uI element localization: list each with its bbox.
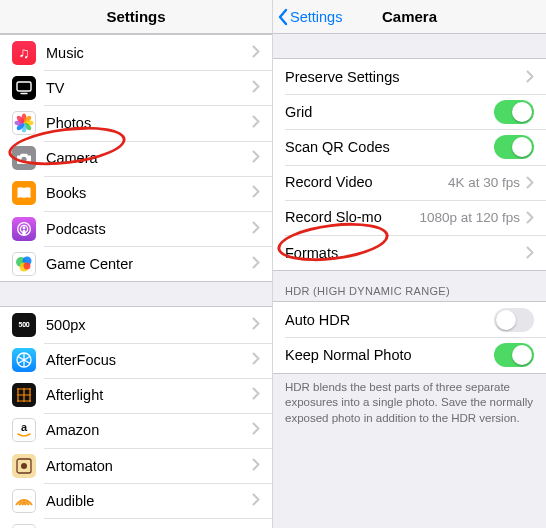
grid-label: Grid [285,104,494,120]
settings-item-tv[interactable]: TV [0,70,272,105]
svg-point-10 [21,156,26,161]
hdr-section-header: HDR (High Dynamic Range) [273,271,546,301]
preserve-settings-label: Preserve Settings [285,69,526,85]
settings-item-podcasts[interactable]: Podcasts [0,211,272,246]
tv-label: TV [46,80,252,96]
scan-qr-switch[interactable] [494,135,534,159]
row-grid[interactable]: Grid [273,94,546,129]
svg-line-20 [24,357,30,361]
500px-icon: 500 [12,313,36,337]
chevron-right-icon [252,221,260,237]
svg-point-33 [21,463,27,469]
record-slomo-label: Record Slo-mo [285,209,419,225]
afterfocus-icon [12,348,36,372]
auto-hdr-label: Auto HDR [285,312,494,328]
camera-settings-group: Preserve Settings Grid Scan QR Codes Rec… [273,58,546,271]
music-label: Music [46,45,252,61]
amazon-label: Amazon [46,422,252,438]
gamecenter-icon [12,252,36,276]
camera-panel: Settings Camera Preserve Settings Grid S… [273,0,546,528]
settings-item-audible[interactable]: Audible [0,483,272,518]
settings-item-afterfocus[interactable]: AfterFocus [0,343,272,378]
afterfocus-label: AfterFocus [46,352,252,368]
svg-point-13 [23,226,26,229]
hdr-footnote: HDR blends the best parts of three separ… [273,374,546,437]
photos-label: Photos [46,115,252,131]
back-button[interactable]: Settings [277,8,342,26]
settings-group-thirdparty: 500500pxAfterFocusAfterlightaAmazonArtom… [0,306,272,528]
settings-item-camera[interactable]: Camera [0,141,272,176]
row-scan-qr[interactable]: Scan QR Codes [273,129,546,164]
settings-item-afterlight[interactable]: Afterlight [0,378,272,413]
row-formats[interactable]: Formats [273,235,546,270]
settings-group-apple: ♫MusicTVPhotosCameraBooksPodcastsGame Ce… [0,34,272,282]
svg-rect-0 [17,82,31,91]
row-auto-hdr[interactable]: Auto HDR [273,302,546,337]
camera-label: Camera [46,150,252,166]
svg-line-24 [18,357,24,361]
music-icon: ♫ [12,41,36,65]
tv-icon [12,76,36,100]
camera-title: Camera [382,8,437,25]
record-slomo-value: 1080p at 120 fps [419,210,520,225]
chevron-right-icon [252,352,260,368]
row-keep-normal[interactable]: Keep Normal Photo [273,337,546,372]
settings-item-photos[interactable]: Photos [0,105,272,140]
settings-item-books[interactable]: Books [0,176,272,211]
afterlight-label: Afterlight [46,387,252,403]
artomaton-icon [12,454,36,478]
settings-panel: Settings ♫MusicTVPhotosCameraBooksPodcas… [0,0,273,528]
chevron-right-icon [526,176,534,189]
photos-icon [12,111,36,135]
auto-hdr-switch[interactable] [494,308,534,332]
books-icon [12,181,36,205]
chevron-right-icon [252,256,260,272]
500px-label: 500px [46,317,252,333]
autotrader-icon [12,524,36,528]
record-video-label: Record Video [285,174,448,190]
row-record-slomo[interactable]: Record Slo-mo 1080p at 120 fps [273,200,546,235]
podcasts-icon [12,217,36,241]
settings-item-artomaton[interactable]: Artomaton [0,448,272,483]
chevron-right-icon [252,45,260,61]
svg-line-23 [18,360,24,364]
camera-navbar: Settings Camera [273,0,546,34]
settings-navbar: Settings [0,0,272,34]
chevron-right-icon [252,80,260,96]
amazon-icon: a [12,418,36,442]
books-label: Books [46,185,252,201]
settings-group-spacer [0,282,272,306]
chevron-right-icon [252,150,260,166]
settings-item-gamecenter[interactable]: Game Center [0,246,272,281]
afterlight-icon [12,383,36,407]
back-label: Settings [290,9,342,25]
row-preserve-settings[interactable]: Preserve Settings [273,59,546,94]
scan-qr-label: Scan QR Codes [285,139,494,155]
chevron-right-icon [526,70,534,83]
artomaton-label: Artomaton [46,458,252,474]
camera-top-spacer [273,34,546,58]
chevron-right-icon [252,185,260,201]
settings-title: Settings [106,8,165,25]
settings-item-music[interactable]: ♫Music [0,35,272,70]
row-record-video[interactable]: Record Video 4K at 30 fps [273,165,546,200]
chevron-right-icon [526,211,534,224]
keep-normal-switch[interactable] [494,343,534,367]
chevron-right-icon [526,246,534,259]
audible-icon [12,489,36,513]
camera-icon [12,146,36,170]
grid-switch[interactable] [494,100,534,124]
gamecenter-label: Game Center [46,256,252,272]
settings-item-autotrader[interactable]: Auto Trader [0,518,272,528]
keep-normal-label: Keep Normal Photo [285,347,494,363]
chevron-right-icon [252,387,260,403]
record-video-value: 4K at 30 fps [448,175,520,190]
chevron-left-icon [277,8,289,26]
chevron-right-icon [252,422,260,438]
hdr-group: Auto HDR Keep Normal Photo [273,301,546,373]
settings-item-amazon[interactable]: aAmazon [0,413,272,448]
podcasts-label: Podcasts [46,221,252,237]
svg-point-17 [24,262,31,269]
settings-item-500px[interactable]: 500500px [0,307,272,342]
audible-label: Audible [46,493,252,509]
